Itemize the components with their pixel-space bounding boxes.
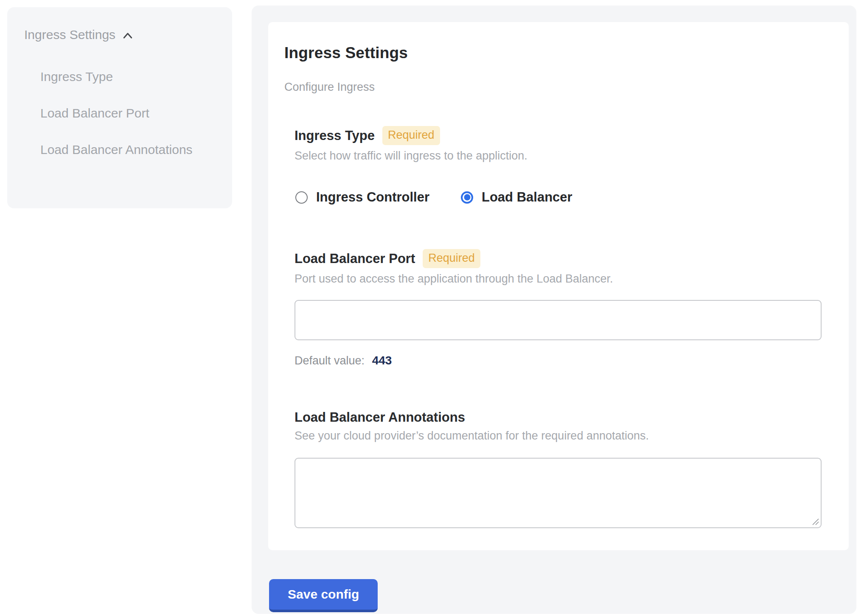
field-load-balancer-annotations: Load Balancer Annotations See your cloud…: [295, 410, 822, 528]
sidebar-group-label: Ingress Settings: [24, 28, 115, 42]
lb-annotations-textarea[interactable]: [295, 458, 822, 528]
radio-label-load-balancer: Load Balancer: [482, 190, 572, 205]
lb-annotations-textarea-wrap: [295, 458, 822, 528]
lb-port-label-row: Load Balancer Port Required: [295, 249, 822, 268]
radio-unchecked-icon[interactable]: [295, 191, 308, 204]
lb-port-input[interactable]: [295, 300, 822, 340]
page: Ingress Settings Ingress Type Load Balan…: [0, 0, 864, 616]
lb-port-description: Port used to access the application thro…: [295, 272, 822, 286]
chevron-up-icon: [121, 29, 134, 42]
save-config-button[interactable]: Save config: [269, 579, 378, 612]
radio-checked-icon[interactable]: [461, 191, 473, 204]
page-subtitle: Configure Ingress: [284, 81, 833, 94]
radio-option-ingress-controller[interactable]: Ingress Controller: [295, 190, 429, 205]
required-badge: Required: [423, 249, 480, 268]
lb-port-default-line: Default value: 443: [295, 354, 822, 367]
sidebar-item-load-balancer-port[interactable]: Load Balancer Port: [40, 101, 219, 126]
page-title: Ingress Settings: [284, 44, 833, 62]
lb-annotations-label: Load Balancer Annotations: [295, 410, 465, 425]
ingress-type-description: Select how traffic will ingress to the a…: [295, 149, 822, 162]
sidebar-item-ingress-type[interactable]: Ingress Type: [40, 64, 219, 89]
default-value: 443: [372, 354, 392, 367]
lb-annotations-label-row: Load Balancer Annotations: [295, 410, 822, 425]
ingress-type-label-row: Ingress Type Required: [295, 126, 822, 145]
ingress-type-label: Ingress Type: [295, 128, 375, 143]
settings-panel: Ingress Settings Configure Ingress Ingre…: [252, 6, 856, 614]
settings-nav-sidebar: Ingress Settings Ingress Type Load Balan…: [7, 7, 232, 208]
ingress-settings-card: Ingress Settings Configure Ingress Ingre…: [268, 22, 849, 550]
sidebar-items: Ingress Type Load Balancer Port Load Bal…: [24, 64, 219, 162]
lb-port-label: Load Balancer Port: [295, 251, 415, 266]
field-load-balancer-port: Load Balancer Port Required Port used to…: [295, 249, 822, 367]
sidebar-item-load-balancer-annotations[interactable]: Load Balancer Annotations: [40, 137, 219, 162]
radio-option-load-balancer[interactable]: Load Balancer: [461, 190, 572, 205]
required-badge: Required: [382, 126, 440, 145]
lb-annotations-description: See your cloud provider’s documentation …: [295, 429, 822, 442]
default-value-label: Default value:: [295, 354, 365, 367]
ingress-type-radio-group: Ingress Controller Load Balancer: [295, 190, 822, 205]
sidebar-group-ingress-settings[interactable]: Ingress Settings: [24, 28, 219, 42]
radio-label-ingress-controller: Ingress Controller: [316, 190, 429, 205]
field-ingress-type: Ingress Type Required Select how traffic…: [295, 126, 822, 205]
